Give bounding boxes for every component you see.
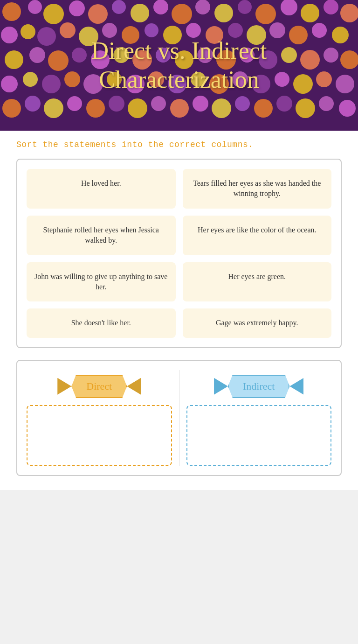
indirect-label: Indirect [243, 380, 275, 392]
direct-ribbon-wrapper: Direct [27, 375, 172, 398]
card-item-1[interactable]: He loved her. [27, 169, 176, 209]
svg-point-12 [255, 4, 276, 24]
svg-point-15 [324, 0, 338, 14]
svg-point-4 [88, 4, 108, 24]
drop-zone-direct[interactable]: Direct [27, 370, 179, 466]
drop-zone-indirect[interactable]: Indirect [179, 370, 332, 466]
svg-point-1 [28, 0, 42, 14]
svg-point-2 [43, 4, 64, 24]
direct-ribbon: Direct [71, 375, 127, 398]
svg-point-6 [131, 4, 149, 22]
svg-point-14 [301, 4, 319, 22]
svg-point-8 [172, 4, 192, 24]
drop-zones-container: Direct Indirect [16, 360, 342, 476]
svg-point-13 [281, 0, 297, 15]
card-item-6[interactable]: Her eyes are green. [183, 262, 332, 302]
card-item-8[interactable]: Gage was extremely happy. [183, 308, 332, 337]
svg-point-16 [340, 4, 358, 22]
svg-point-3 [69, 0, 85, 16]
card-item-5[interactable]: John was willing to give up anything to … [27, 262, 176, 302]
svg-point-9 [195, 0, 210, 14]
direct-label: Direct [86, 380, 112, 392]
svg-point-11 [238, 0, 252, 14]
svg-point-5 [112, 0, 126, 14]
svg-point-0 [2, 2, 21, 21]
indirect-ribbon-wrapper: Indirect [186, 375, 332, 398]
indirect-drop-area[interactable] [186, 405, 332, 466]
header: Direct vs. Indirect Characterization [0, 0, 358, 131]
svg-point-7 [153, 0, 168, 14]
indirect-ribbon: Indirect [228, 375, 289, 398]
card-item-7[interactable]: She doesn't like her. [27, 308, 176, 337]
card-item-4[interactable]: Her eyes are like the color of the ocean… [183, 216, 332, 255]
cards-container: He loved her.Tears filled her eyes as sh… [16, 159, 342, 348]
instructions-text: Sort the statements into the correct col… [16, 140, 342, 149]
direct-drop-area[interactable] [27, 405, 172, 466]
main-content: Sort the statements into the correct col… [0, 131, 358, 490]
cards-grid: He loved her.Tears filled her eyes as sh… [27, 169, 331, 338]
svg-point-10 [214, 4, 233, 22]
card-item-3[interactable]: Stephanie rolled her eyes when Jessica w… [27, 216, 176, 255]
page-title: Direct vs. Indirect Characterization [0, 27, 358, 104]
card-item-2[interactable]: Tears filled her eyes as she was handed … [183, 169, 332, 209]
footer-space [0, 490, 358, 644]
